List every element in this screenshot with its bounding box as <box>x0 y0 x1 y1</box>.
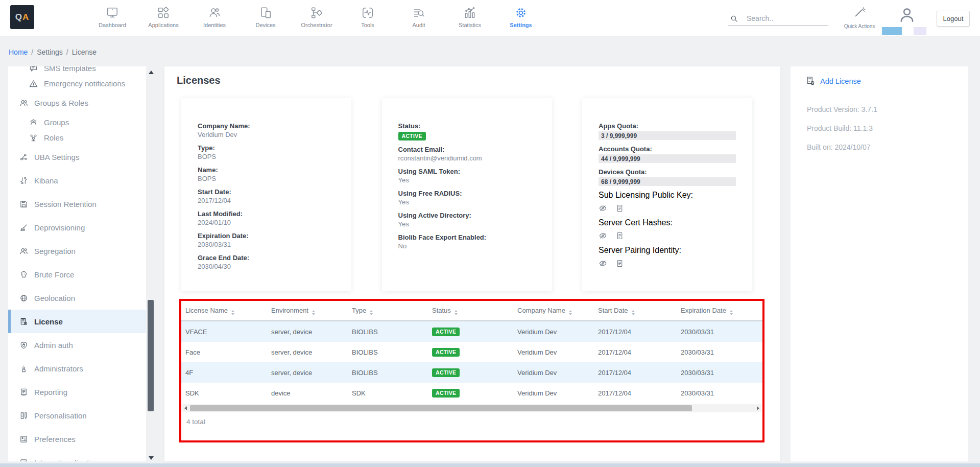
column-header-expiration-date[interactable]: Expiration Date <box>677 301 762 321</box>
sidebar-item-internationalization[interactable]: Internationalization <box>8 451 146 461</box>
preferences-icon <box>19 435 28 443</box>
sidebar-item-deprovisioning[interactable]: Deprovisioning <box>8 216 146 239</box>
nav-item-devices[interactable]: Devices <box>240 0 291 36</box>
report-document-icon <box>19 388 28 396</box>
nav-item-statistics[interactable]: Statistics <box>444 0 495 36</box>
column-header-type[interactable]: Type <box>348 301 428 321</box>
field-value: Yes <box>398 220 536 228</box>
sidebar-item-reporting[interactable]: Reporting <box>8 380 146 404</box>
sidebar-item-groups[interactable]: Groups <box>8 114 146 130</box>
column-header-license-name[interactable]: License Name <box>181 301 267 321</box>
sidebar-item-emergency-notifications[interactable]: Emergency notifications <box>8 76 146 91</box>
main-navigation: Dashboard Applications Identities Device… <box>87 0 546 36</box>
sidebar-item-administrators[interactable]: Administrators <box>8 357 146 380</box>
sidebar-scroll-up-arrow[interactable] <box>149 71 154 74</box>
sidebar-item-personalisation[interactable]: Personalisation <box>8 404 146 427</box>
personalisation-icon <box>19 411 28 420</box>
sidebar-item-sms-templates[interactable]: SMS templates <box>8 66 146 76</box>
breadcrumb-home-link[interactable]: Home <box>9 48 28 56</box>
field-label: Start Date: <box>198 188 335 196</box>
sidebar-item-admin-auth[interactable]: Admin auth <box>8 333 146 357</box>
skull-icon <box>19 270 28 279</box>
eye-slash-icon[interactable] <box>599 259 607 268</box>
eye-slash-icon[interactable] <box>599 231 607 240</box>
breadcrumb-settings-link[interactable]: Settings <box>37 48 63 56</box>
nav-item-dashboard[interactable]: Dashboard <box>87 0 138 36</box>
column-header-environment[interactable]: Environment <box>267 301 348 321</box>
field-label: Company Name: <box>198 122 335 130</box>
copy-clipboard-icon[interactable] <box>615 259 624 268</box>
company-info-card: Company Name:Veridium Dev Type:BOPS Name… <box>181 98 351 291</box>
field-label: Using Free RADIUS: <box>398 189 536 198</box>
nav-item-identities[interactable]: Identities <box>189 0 240 36</box>
field-label: Sub Licensing Public Key: <box>599 191 736 200</box>
sidebar-item-segregation[interactable]: Segregation <box>8 239 146 263</box>
nav-item-orchestrator[interactable]: Orchestrator <box>291 0 342 36</box>
table-row-4f[interactable]: 4F server, device BIOLIBS ACTIVE Veridiu… <box>181 362 762 383</box>
field-value: 2030/04/30 <box>198 262 335 271</box>
sidebar-item-kibana[interactable]: Kibana <box>8 169 146 192</box>
page: QA Dashboard Applications Identities Dev… <box>0 0 980 467</box>
broom-icon <box>19 223 28 232</box>
logout-button[interactable]: Logout <box>937 11 970 27</box>
sidebar-item-roles[interactable]: Roles <box>8 130 146 145</box>
search-bar <box>728 11 828 26</box>
floppy-disk-icon <box>19 200 28 208</box>
nav-item-audit[interactable]: Audit <box>393 0 444 36</box>
logo-letter-q: Q <box>15 12 22 22</box>
apps-quota-bar: 3 / 9,999,999 <box>599 131 736 140</box>
field-label: Contact Email: <box>398 145 536 154</box>
sidebar-item-preferences[interactable]: Preferences <box>8 427 146 451</box>
nav-item-tools[interactable]: Tools <box>342 0 393 36</box>
field-value: rconstantin@veridiumid.com <box>398 154 536 162</box>
accounts-quota-bar: 44 / 9,999,999 <box>599 154 736 163</box>
nav-item-settings[interactable]: Settings <box>495 0 546 36</box>
scroll-left-arrow[interactable] <box>184 406 187 410</box>
sidebar-scrollbar-thumb[interactable] <box>148 300 154 411</box>
scroll-right-arrow[interactable] <box>757 406 759 410</box>
user-avatar-icon[interactable] <box>898 6 916 24</box>
sidebar-item-geolocation[interactable]: Geolocation <box>8 286 146 310</box>
identities-icon <box>208 6 221 19</box>
sort-icon <box>370 310 373 315</box>
field-value: 2024/01/10 <box>198 218 335 227</box>
license-summary-cards: Company Name:Veridium Dev Type:BOPS Name… <box>181 98 752 291</box>
table-row-face[interactable]: Face server, device BIOLIBS ACTIVE Verid… <box>181 342 762 362</box>
field-label: Status: <box>398 122 536 130</box>
sidebar-item-groups-roles[interactable]: Groups & Roles <box>8 91 146 114</box>
breadcrumb-separator: / <box>66 48 68 56</box>
field-label: Server Pairing Identity: <box>599 246 736 255</box>
sidebar-item-uba-settings[interactable]: UBA Settings <box>8 145 146 169</box>
dashboard-icon <box>106 6 119 19</box>
field-value: BOPS <box>198 152 335 161</box>
column-header-status[interactable]: Status <box>428 301 513 321</box>
copy-clipboard-icon[interactable] <box>615 231 624 240</box>
nav-item-applications[interactable]: Applications <box>138 0 189 36</box>
sidebar-scroll-down-arrow[interactable] <box>149 456 154 460</box>
status-badge: ACTIVE <box>432 389 460 398</box>
color-swatch-lavender <box>914 27 926 35</box>
logo-letter-a: A <box>22 12 29 22</box>
add-license-icon <box>806 76 816 86</box>
people-icon <box>19 247 28 255</box>
sidebar-item-brute-force[interactable]: Brute Force <box>8 263 146 286</box>
add-license-button[interactable]: Add License <box>806 76 861 86</box>
column-header-company-name[interactable]: Company Name <box>513 301 594 321</box>
sidebar-item-session-retention[interactable]: Session Retention <box>8 192 146 216</box>
field-label: Biolib Face Export Enabled: <box>398 233 536 242</box>
column-header-start-date[interactable]: Start Date <box>594 301 677 321</box>
licenses-table-highlighted-region: License Name Environment Type Status Com… <box>179 299 764 442</box>
quick-actions-button[interactable]: Quick Actions <box>840 6 879 29</box>
copy-clipboard-icon[interactable] <box>615 204 624 213</box>
table-row-sdk[interactable]: SDK device SDK ACTIVE Veridium Dev 2017/… <box>181 383 762 403</box>
statistics-icon <box>463 6 476 19</box>
eye-slash-icon[interactable] <box>599 204 607 213</box>
color-swatch-blue <box>882 27 902 35</box>
field-value: No <box>398 242 536 250</box>
sidebar-item-license[interactable]: License <box>8 310 146 333</box>
table-row-vface[interactable]: VFACE server, device BIOLIBS ACTIVE Veri… <box>181 321 762 342</box>
search-input[interactable] <box>746 14 824 23</box>
people-icon <box>19 99 28 107</box>
sort-icon <box>730 310 733 315</box>
horizontal-scrollbar-thumb[interactable] <box>190 405 692 411</box>
